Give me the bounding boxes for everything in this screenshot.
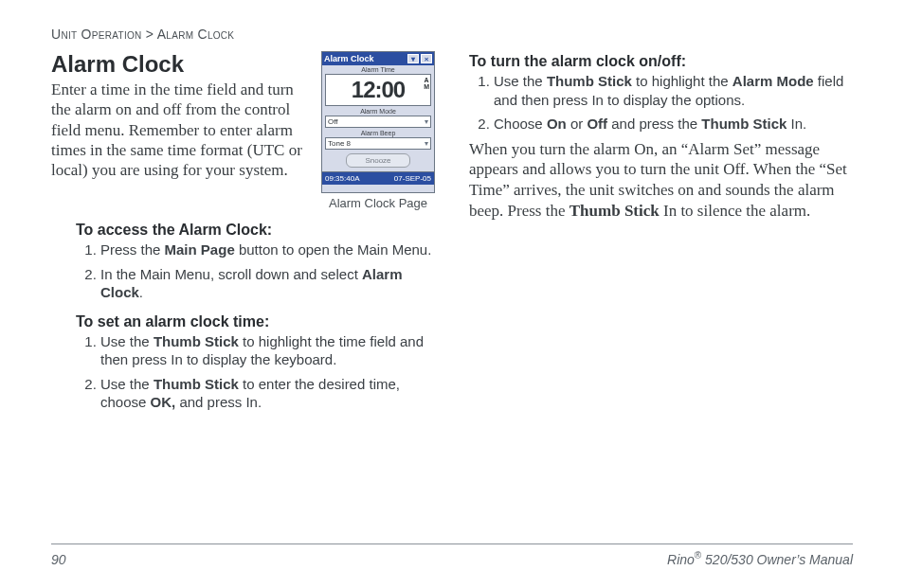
device-label-time: Alarm Time <box>322 65 434 73</box>
step-text: Use the <box>100 333 154 349</box>
step-text: Press the <box>100 241 165 258</box>
lead-block: Alarm Clock Enter a time in the time fie… <box>51 51 435 210</box>
step-text: to highlight the <box>632 73 732 89</box>
step: Choose On or Off and press the Thumb Sti… <box>494 115 853 134</box>
chevron-down-icon: ▾ <box>425 116 428 127</box>
device-time-value: 12:00 <box>352 77 405 103</box>
lead-text: Alarm Clock Enter a time in the time fie… <box>51 51 306 180</box>
page-footer: 90 Rino® 520/530 Owner’s Manual <box>51 543 853 567</box>
step-text: . <box>139 284 143 300</box>
intro-paragraph: Enter a time in the time field and turn … <box>51 80 306 180</box>
device-screenshot: Alarm Clock ▾ × Alarm Time 12:00 A M <box>321 51 435 193</box>
device-ampm-a: A <box>425 77 428 83</box>
product-pre: Rino <box>667 552 695 567</box>
step: Use the Thumb Stick to enter the desired… <box>100 375 435 412</box>
device-label-mode: Alarm Mode <box>322 107 434 115</box>
step-text: In. <box>786 116 806 132</box>
device-status-time: 09:35:40A <box>325 174 359 183</box>
device-snooze-button: Snooze <box>346 153 410 168</box>
device-status-bar: 09:35:40A 07-SEP-05 <box>322 171 434 185</box>
manual-page: Unit Operation > Alarm Clock Alarm Clock… <box>0 0 904 588</box>
figure: Alarm Clock ▾ × Alarm Time 12:00 A M <box>321 51 435 210</box>
right-column: To turn the alarm clock on/off: Use the … <box>469 51 853 418</box>
step-text: Use the <box>100 376 154 392</box>
step: Use the Thumb Stick to highlight the Ala… <box>494 72 853 109</box>
procedure-title: To turn the alarm clock on/off: <box>469 53 853 70</box>
breadcrumb-page: Alarm Clock <box>157 27 235 42</box>
two-column-layout: Alarm Clock Enter a time in the time fie… <box>51 51 853 418</box>
step-bold: On <box>547 116 567 132</box>
step-text: button to open the Main Menu. <box>235 241 432 258</box>
step-bold: Thumb Stick <box>701 116 786 132</box>
breadcrumb-section: Unit Operation <box>51 27 142 42</box>
procedure-title: To access the Alarm Clock: <box>76 222 435 239</box>
device-status-date: 07-SEP-05 <box>394 174 431 183</box>
step-text: or <box>567 116 588 132</box>
procedure-title: To set an alarm clock time: <box>76 313 435 330</box>
page-number: 90 <box>51 552 66 567</box>
device-beep-field: Tone 8 ▾ <box>325 137 431 150</box>
step: In the Main Menu, scroll down and select… <box>100 265 435 302</box>
window-menu-icon: ▾ <box>407 54 419 63</box>
procedure-steps: Press the Main Page button to open the M… <box>76 241 435 302</box>
step-bold: Off <box>587 116 607 132</box>
device-beep-value: Tone 8 <box>328 138 351 149</box>
device-mode-value: Off <box>328 116 338 127</box>
left-column: Alarm Clock Enter a time in the time fie… <box>51 51 435 418</box>
para-text: In to silence the alarm. <box>660 202 811 220</box>
product-post: 520/530 Owner’s Manual <box>701 552 853 567</box>
chevron-down-icon: ▾ <box>425 138 428 149</box>
procedure-settime: To set an alarm clock time: Use the Thum… <box>51 313 435 412</box>
device-ampm-m: M <box>424 83 428 90</box>
step-text: and press the <box>607 116 701 132</box>
step-text: Use the <box>494 73 547 89</box>
procedure-access: To access the Alarm Clock: Press the Mai… <box>51 222 435 302</box>
device-titlebar: Alarm Clock ▾ × <box>322 52 434 65</box>
figure-caption: Alarm Clock Page <box>321 196 435 210</box>
step-text: In the Main Menu, scroll down and select <box>100 266 362 282</box>
step: Use the Thumb Stick to highlight the tim… <box>100 332 435 369</box>
procedure-steps: Use the Thumb Stick to highlight the tim… <box>76 332 435 412</box>
step-text: Choose <box>494 116 547 132</box>
device-ampm: A M <box>424 77 428 90</box>
device-label-beep: Alarm Beep <box>322 129 434 136</box>
body-paragraph: When you turn the alarm On, an “Alarm Se… <box>469 139 853 222</box>
breadcrumb-sep: > <box>146 27 154 42</box>
step-bold: Thumb Stick <box>154 333 239 349</box>
step-text: and press In. <box>175 394 262 410</box>
device-mode-field: Off ▾ <box>325 116 431 128</box>
product-name: Rino® 520/530 Owner’s Manual <box>667 550 853 567</box>
device-time-field: 12:00 A M <box>325 74 431 106</box>
procedure-steps: Use the Thumb Stick to highlight the Ala… <box>469 72 853 134</box>
device-window-title: Alarm Clock <box>324 54 374 63</box>
breadcrumb: Unit Operation > Alarm Clock <box>51 27 853 42</box>
window-close-icon: × <box>421 54 432 63</box>
step-bold: Thumb Stick <box>154 376 239 392</box>
step-bold: OK, <box>151 394 176 410</box>
page-title: Alarm Clock <box>51 51 306 78</box>
para-bold: Thumb Stick <box>570 202 660 220</box>
step-bold: Thumb Stick <box>547 73 632 89</box>
step-bold: Alarm Mode <box>732 73 814 89</box>
step-bold: Main Page <box>165 241 235 258</box>
step: Press the Main Page button to open the M… <box>100 241 435 259</box>
